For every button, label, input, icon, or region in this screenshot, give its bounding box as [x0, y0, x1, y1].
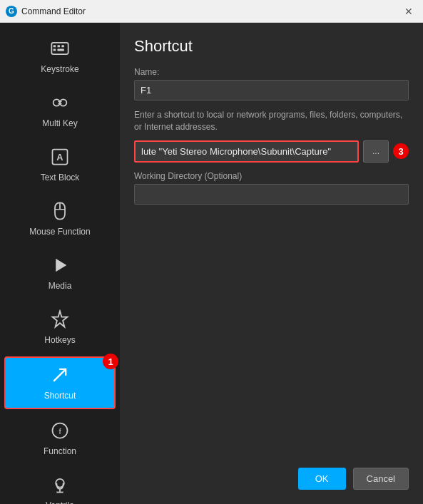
svg-rect-4 — [53, 49, 56, 51]
hotkeys-label: Hotkeys — [44, 335, 75, 345]
browse-button[interactable]: ... — [363, 140, 389, 163]
title-bar-left: G Command Editor — [6, 6, 86, 17]
shortcut-input[interactable] — [134, 140, 359, 163]
sidebar-item-hotkeys[interactable]: Hotkeys — [4, 302, 116, 352]
title-bar: G Command Editor ✕ — [0, 0, 423, 23]
working-dir-label: Working Directory (Optional) — [134, 171, 409, 181]
media-label: Media — [49, 281, 72, 291]
sidebar-item-shortcut[interactable]: 1 Shortcut — [4, 356, 116, 409]
sidebar: Keystroke Multi Key A Text Block Mouse F… — [0, 23, 120, 504]
right-panel: Shortcut Name: Enter a shortcut to local… — [120, 23, 423, 504]
name-label: Name: — [134, 67, 409, 77]
ventrilo-icon — [50, 475, 70, 498]
sidebar-item-function[interactable]: f Function — [4, 413, 116, 463]
app-icon: G — [6, 6, 17, 17]
svg-text:A: A — [56, 152, 63, 163]
sidebar-item-multikey[interactable]: Multi Key — [4, 86, 116, 135]
working-dir-input[interactable] — [134, 184, 409, 205]
svg-text:f: f — [58, 426, 61, 436]
function-label: Function — [44, 446, 76, 456]
mousefunction-label: Mouse Function — [29, 227, 90, 237]
svg-rect-5 — [58, 49, 64, 51]
panel-title: Shortcut — [134, 37, 409, 56]
shortcut-label: Shortcut — [44, 391, 76, 401]
ventrilo-label: Ventrilo — [46, 500, 74, 504]
main-content: Keystroke Multi Key A Text Block Mouse F… — [0, 23, 423, 504]
svg-point-6 — [53, 99, 60, 106]
svg-rect-0 — [51, 43, 68, 54]
bottom-bar: OK Cancel — [134, 453, 409, 490]
shortcut-row: ... 3 — [134, 140, 409, 163]
badge-3: 3 — [393, 143, 409, 159]
textblock-label: Text Block — [41, 173, 80, 182]
hotkeys-icon — [50, 309, 70, 332]
svg-rect-2 — [58, 45, 61, 47]
app-icon-letter: G — [9, 7, 14, 15]
sidebar-item-media[interactable]: Media — [4, 248, 116, 298]
sidebar-item-mousefunction[interactable]: Mouse Function — [4, 194, 116, 244]
cancel-button[interactable]: Cancel — [353, 468, 409, 490]
ok-button[interactable]: OK — [298, 468, 346, 490]
sidebar-item-ventrilo[interactable]: Ventrilo — [4, 468, 116, 504]
svg-point-7 — [60, 99, 66, 106]
keystroke-label: Keystroke — [41, 64, 78, 74]
keystroke-icon — [50, 38, 70, 61]
media-icon — [50, 255, 70, 278]
mousefunction-icon — [50, 201, 70, 224]
name-input[interactable] — [134, 80, 409, 101]
shortcut-icon — [50, 365, 70, 388]
textblock-icon: A — [50, 147, 70, 170]
badge-1: 1 — [98, 354, 118, 369]
svg-rect-1 — [53, 45, 56, 47]
svg-marker-12 — [56, 259, 66, 272]
function-icon: f — [50, 421, 70, 443]
svg-rect-3 — [61, 45, 64, 47]
sidebar-item-textblock[interactable]: A Text Block — [4, 140, 116, 190]
hint-text: Enter a shortcut to local or network pro… — [134, 109, 409, 133]
multikey-icon — [50, 93, 70, 115]
multikey-label: Multi Key — [42, 118, 77, 128]
sidebar-item-keystroke[interactable]: Keystroke — [4, 31, 116, 81]
close-button[interactable]: ✕ — [400, 4, 417, 19]
window-title: Command Editor — [21, 6, 86, 16]
